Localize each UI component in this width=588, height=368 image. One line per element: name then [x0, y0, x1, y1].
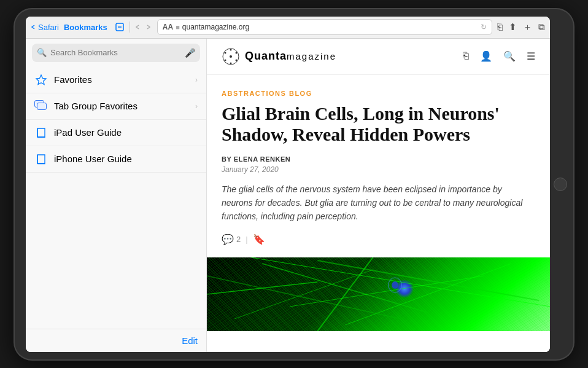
svg-point-4	[236, 52, 238, 53]
ipad-frame: Safari Bookmarks AA ■ quantamagazine.org…	[15, 9, 573, 359]
tabgroup-chevron: ›	[195, 102, 198, 111]
search-input[interactable]	[50, 48, 181, 57]
quanta-logo-text: Quantamagazine	[245, 50, 336, 63]
svg-point-5	[236, 59, 238, 61]
quanta-nav: ⎗ 👤 🔍 ☰	[463, 50, 535, 62]
back-arrow-icon[interactable]	[135, 24, 141, 30]
svg-point-6	[230, 62, 232, 64]
reload-icon[interactable]: ↻	[481, 23, 487, 31]
account-icon[interactable]: 👤	[480, 50, 492, 62]
search-bar[interactable]: 🔍 🎤	[32, 44, 200, 62]
article-date: January 27, 2020	[222, 165, 535, 174]
comment-button[interactable]: 💬 2	[222, 233, 241, 245]
book-icon-2	[35, 153, 47, 165]
ipad-screen: Safari Bookmarks AA ■ quantamagazine.org…	[26, 17, 550, 352]
tabgroup-icon-wrap	[34, 100, 48, 113]
article-title: Glial Brain Cells, Long in Neurons' Shad…	[222, 103, 535, 146]
svg-line-15	[345, 264, 511, 325]
svg-point-20	[392, 281, 398, 289]
bookmarks-label: Bookmarks	[64, 23, 107, 32]
article-byline: By Elena Renken	[222, 155, 535, 163]
quanta-search-icon[interactable]: 🔍	[503, 50, 516, 62]
comment-count: 2	[236, 235, 241, 244]
svg-point-7	[225, 59, 226, 61]
forward-arrow-icon[interactable]	[145, 24, 151, 30]
action-separator: |	[246, 235, 247, 244]
article-summary: The glial cells of the nervous system ha…	[222, 182, 535, 224]
ipad-home-button[interactable]	[554, 178, 567, 191]
quanta-site-header: Quantamagazine ⎗ 👤 🔍 ☰	[207, 39, 550, 75]
svg-line-12	[262, 264, 428, 313]
share-icon[interactable]: ⬆	[509, 22, 517, 33]
bar-divider	[130, 22, 130, 33]
bookmark-icon[interactable]: ⎗	[497, 22, 503, 33]
browser-top-bar: Safari Bookmarks AA ■ quantamagazine.org…	[26, 17, 550, 39]
tabgroup-icon	[34, 100, 48, 112]
lock-icon: ■	[176, 23, 180, 31]
article-content: Abstractions Blog Glial Brain Cells, Lon…	[207, 75, 550, 257]
article-actions: 💬 2 | 🔖	[222, 233, 535, 245]
bookmark-nav-icon[interactable]: ⎗	[463, 50, 469, 62]
bookmarks-sidebar: 🔍 🎤 Favorites ›	[26, 39, 207, 352]
back-button[interactable]: Safari	[31, 23, 59, 32]
sidebar-item-ipad-guide[interactable]: iPad User Guide	[26, 120, 206, 146]
article-category: Abstractions Blog	[222, 90, 535, 97]
sidebar-item-iphone-guide[interactable]: iPhone User Guide	[26, 146, 206, 173]
iphone-guide-label: iPhone User Guide	[54, 154, 198, 164]
quanta-logo: Quantamagazine	[222, 47, 336, 66]
nav-arrows	[135, 24, 152, 30]
sidebar-footer: Edit	[26, 329, 206, 352]
sidebar-item-tab-group-favorites[interactable]: Tab Group Favorites ›	[26, 93, 206, 120]
tabs-icon[interactable]: ⧉	[538, 22, 545, 33]
svg-point-3	[230, 49, 232, 50]
mic-icon[interactable]: 🎤	[185, 48, 195, 58]
favorites-label: Favorites	[54, 74, 189, 85]
address-bar[interactable]: AA ■ quantamagazine.org ↻	[157, 19, 492, 35]
main-content: 🔍 🎤 Favorites ›	[26, 39, 550, 352]
iphone-guide-icon-wrap	[34, 152, 48, 166]
favorites-icon-wrap	[34, 73, 48, 87]
add-tab-icon[interactable]: ＋	[523, 22, 532, 33]
svg-point-9	[230, 55, 232, 58]
book-icon	[35, 127, 47, 139]
svg-point-8	[225, 52, 226, 53]
quanta-logo-icon	[222, 47, 240, 66]
tab-share-btn[interactable]	[115, 22, 125, 32]
aa-label: AA	[163, 23, 173, 31]
search-icon: 🔍	[37, 48, 47, 57]
save-bookmark-icon[interactable]: 🔖	[253, 233, 265, 245]
svg-line-16	[207, 276, 401, 319]
url-display: quantamagazine.org	[182, 23, 478, 31]
microscopy-overlay	[207, 257, 550, 331]
svg-line-17	[251, 257, 550, 307]
svg-line-11	[234, 270, 373, 319]
bookmark-list: Favorites › Tab Group Favorites ›	[26, 67, 206, 329]
sidebar-item-favorites[interactable]: Favorites ›	[26, 67, 206, 93]
browser-action-icons: ⎗ ⬆ ＋ ⧉	[497, 22, 545, 33]
edit-button[interactable]: Edit	[182, 335, 198, 346]
tab-group-label: Tab Group Favorites	[54, 101, 189, 111]
comment-icon: 💬	[222, 233, 234, 245]
ipad-guide-icon-wrap	[34, 126, 48, 139]
menu-icon[interactable]: ☰	[527, 50, 535, 62]
web-content: Quantamagazine ⎗ 👤 🔍 ☰ Abstractions Blog…	[207, 39, 550, 352]
article-image	[207, 257, 550, 331]
star-icon	[35, 74, 47, 86]
ipad-guide-label: iPad User Guide	[54, 127, 198, 138]
favorites-chevron: ›	[195, 76, 198, 84]
